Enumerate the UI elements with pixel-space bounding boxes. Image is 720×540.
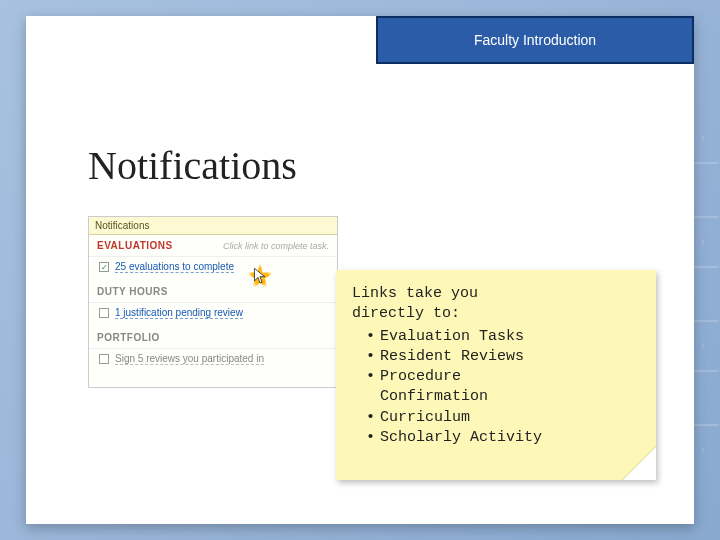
checkbox-unchecked-icon[interactable]	[99, 308, 109, 318]
bullet-icon: •	[366, 428, 375, 448]
list-item-label: Evaluation Tasks	[380, 328, 524, 345]
section-duty-hours: DUTY HOURS	[89, 281, 337, 303]
title-bar-text: Faculty Introduction	[474, 32, 596, 48]
bullet-icon: •	[366, 327, 375, 347]
checkbox-checked-icon[interactable]: ✓	[99, 262, 109, 272]
slide-background: Faculty Introduction Notifications Notif…	[0, 0, 720, 540]
list-item: •Curriculum	[352, 408, 640, 428]
bullet-icon: •	[366, 347, 375, 367]
evaluations-link[interactable]: 25 evaluations to complete	[115, 261, 234, 273]
list-item: Confirmation	[352, 387, 640, 407]
page-fold-icon	[622, 446, 656, 480]
list-item-label: Scholarly Activity	[380, 429, 542, 446]
checkbox-unchecked-icon[interactable]	[99, 354, 109, 364]
section-portfolio-label: PORTFOLIO	[97, 332, 160, 343]
notifications-panel: Notifications EVALUATIONS Click link to …	[88, 216, 338, 388]
list-item-label: Curriculum	[380, 409, 470, 426]
notifications-panel-header: Notifications	[89, 217, 337, 235]
sticky-intro-line2: directly to:	[352, 304, 640, 324]
justification-link[interactable]: 1 justification pending review	[115, 307, 243, 319]
section-evaluations-label: EVALUATIONS	[97, 240, 173, 251]
page-title: Notifications	[88, 142, 297, 189]
sticky-note: Links take you directly to: •Evaluation …	[336, 270, 656, 480]
list-item: •Procedure	[352, 367, 640, 387]
portfolio-link-row: Sign 5 reviews you participated in	[89, 349, 337, 373]
section-evaluations-hint: Click link to complete task.	[223, 241, 329, 251]
sign-reviews-link[interactable]: Sign 5 reviews you participated in	[115, 353, 264, 365]
list-item-label: Resident Reviews	[380, 348, 524, 365]
list-item: •Evaluation Tasks	[352, 327, 640, 347]
section-duty-hours-label: DUTY HOURS	[97, 286, 168, 297]
sticky-bullet-list: •Evaluation Tasks •Resident Reviews •Pro…	[352, 327, 640, 449]
list-item-label: Procedure	[380, 368, 461, 385]
title-bar: Faculty Introduction	[376, 16, 694, 64]
section-evaluations: EVALUATIONS Click link to complete task.	[89, 235, 337, 257]
evaluations-link-row: ✓ 25 evaluations to complete	[89, 257, 337, 281]
list-item-label: Confirmation	[380, 388, 488, 405]
section-portfolio: PORTFOLIO	[89, 327, 337, 349]
slide-card: Faculty Introduction Notifications Notif…	[26, 16, 694, 524]
bullet-icon: •	[366, 367, 375, 387]
duty-hours-link-row: 1 justification pending review	[89, 303, 337, 327]
list-item: •Resident Reviews	[352, 347, 640, 367]
sticky-intro-line1: Links take you	[352, 284, 640, 304]
bullet-icon: •	[366, 408, 375, 428]
list-item: •Scholarly Activity	[352, 428, 640, 448]
